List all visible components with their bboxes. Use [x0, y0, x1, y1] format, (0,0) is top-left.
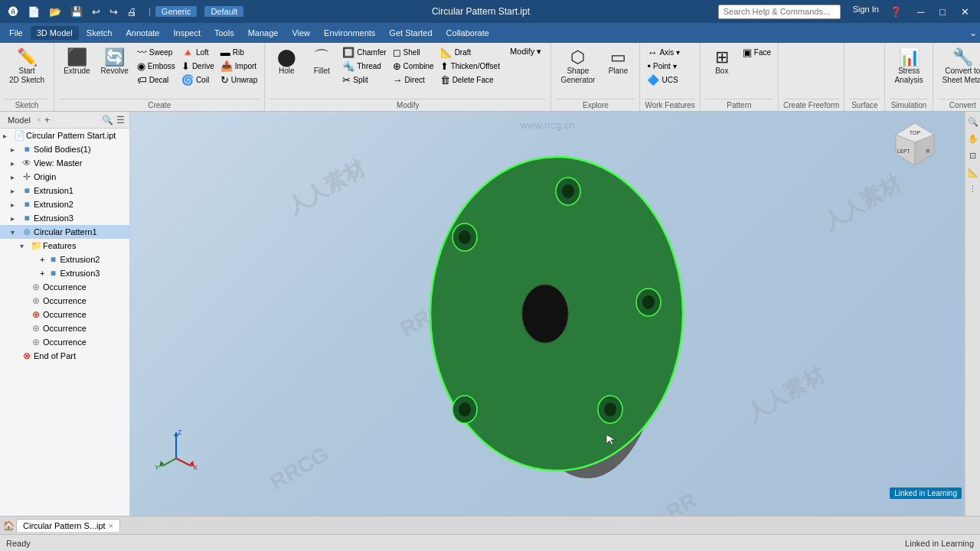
tree-item-view-master[interactable]: ▸ 👁 View: Master [0, 156, 129, 170]
menu-environments[interactable]: Environments [318, 26, 381, 40]
toggle-extrusion1[interactable]: ▸ [11, 187, 20, 195]
more-tools-button[interactable]: ⋮ [966, 182, 980, 196]
axis-button[interactable]: ↔ Axis ▾ [645, 46, 682, 59]
search-tree-icon[interactable]: 🔍 [102, 115, 113, 126]
quick-access-undo-icon[interactable]: ↩ [90, 5, 103, 19]
menu-view[interactable]: View [286, 26, 316, 40]
pan-button[interactable]: ✋ [966, 132, 980, 145]
search-input[interactable] [718, 5, 841, 19]
close-button[interactable]: ✕ [956, 5, 974, 19]
zoom-button[interactable]: 🔍 [966, 115, 980, 129]
tree-item-extrusion2[interactable]: ▸ ■ Extrusion2 [0, 197, 129, 211]
sweep-button[interactable]: 〰 Sweep [135, 46, 178, 59]
scheme-selector[interactable]: Generic [155, 6, 198, 17]
delete-face-button[interactable]: 🗑 Delete Face [438, 73, 502, 86]
expand-ribbon-icon[interactable]: ⌄ [969, 28, 977, 38]
menu-annotate[interactable]: Annotate [119, 26, 165, 40]
tree-item-origin[interactable]: ▸ ✛ Origin [0, 170, 129, 184]
minimize-button[interactable]: ─ [913, 5, 929, 19]
revolve-button[interactable]: 🔄 Revolve [96, 46, 133, 78]
view-cube[interactable]: FRONT TOP LEFT R [888, 119, 942, 173]
draft-button[interactable]: 📐 Draft [438, 46, 502, 59]
hole-button[interactable]: ⬤ Hole [270, 46, 303, 78]
sign-in-button[interactable]: Sign In [853, 5, 879, 19]
tree-item-extrusion3[interactable]: ▸ ■ Extrusion3 [0, 211, 129, 225]
thicken-button[interactable]: ⬆ Thicken/Offset [438, 60, 502, 73]
import-button[interactable]: 📥 Import [218, 60, 260, 73]
toggle-solid-bodies[interactable]: ▸ [11, 145, 20, 154]
toggle-features[interactable]: ▾ [20, 242, 29, 250]
toggle-extrusion3[interactable]: ▸ [11, 214, 20, 223]
loft-button[interactable]: 🔺 Loft [179, 46, 217, 59]
decal-button[interactable]: 🏷 Decal [135, 73, 178, 86]
toggle-feat-extrusion3[interactable] [29, 269, 38, 278]
fillet-button[interactable]: ⌒ Fillet [305, 46, 338, 78]
tree-item-occurrence4[interactable]: ⊕ Occurrence [0, 321, 129, 335]
modify-dropdown[interactable]: Modify ▾ [508, 46, 544, 57]
menu-inspect[interactable]: Inspect [168, 26, 207, 40]
tree-item-occurrence3[interactable]: ⊕ Occurrence [0, 308, 129, 321]
tree-item-circular-pattern1[interactable]: ▾ ⊕ Circular Pattern1 [0, 225, 129, 239]
tree-item-extrusion1[interactable]: ▸ ■ Extrusion1 [0, 184, 129, 197]
menu-sketch[interactable]: Sketch [80, 26, 119, 40]
start-sketch-button[interactable]: ✏️ Start2D Sketch [5, 46, 49, 88]
fit-button[interactable]: ⊡ [966, 148, 980, 162]
tree-item-solid-bodies[interactable]: ▸ ■ Solid Bodies(1) [0, 142, 129, 156]
toggle-view-master[interactable]: ▸ [11, 159, 20, 168]
ucs-button[interactable]: 🔷 UCS [645, 73, 682, 86]
shape-generator-button[interactable]: ⬡ ShapeGenerator [556, 46, 599, 88]
plane-button[interactable]: ▭ Plane [601, 46, 635, 78]
tree-item-end-of-part[interactable]: ⊗ End of Part [0, 349, 129, 363]
menu-manage[interactable]: Manage [242, 26, 285, 40]
menu-file[interactable]: File [3, 26, 29, 40]
coil-button[interactable]: 🌀 Coil [179, 73, 217, 86]
quick-access-print-icon[interactable]: 🖨 [125, 5, 139, 19]
convert-sheet-metal-button[interactable]: 🔧 Convert toSheet Metal [938, 46, 980, 88]
tree-item-feat-extrusion3[interactable]: + ■ Extrusion3 [0, 266, 129, 280]
shell-button[interactable]: ◻ Shell [390, 46, 436, 59]
toggle-circular-pattern1[interactable]: ▾ [11, 228, 20, 236]
tree-item-occurrence5[interactable]: ⊕ Occurrence [0, 335, 129, 349]
quick-access-save-icon[interactable]: 💾 [68, 5, 85, 19]
tab-close-button[interactable]: × [109, 521, 113, 530]
tab-circular-pattern[interactable]: Circular Pattern S...ipt × [16, 519, 120, 532]
tree-item-occurrence1[interactable]: ⊕ Occurrence [0, 280, 129, 294]
quick-access-redo-icon[interactable]: ↪ [107, 5, 120, 19]
toggle-root[interactable]: ▸ [3, 132, 12, 140]
sidebar-tab-model[interactable]: Model [5, 115, 34, 126]
display-selector[interactable]: Default [204, 6, 243, 17]
combine-button[interactable]: ⊕ Combine [390, 60, 436, 73]
menu-getstarted[interactable]: Get Started [383, 26, 438, 40]
split-button[interactable]: ✂ Split [340, 73, 388, 86]
direct-button[interactable]: → Direct [390, 73, 436, 86]
emboss-button[interactable]: ◉ Emboss [135, 60, 178, 73]
face-button[interactable]: ▣ Face [740, 46, 773, 59]
tree-item-feat-extrusion2[interactable]: + ■ Extrusion2 [0, 253, 129, 266]
add-panel-button[interactable]: + [44, 114, 51, 126]
viewport[interactable]: 人人素材 RRCG RRCG 人人素材 RRCG RR 人人素材 www.rrc… [130, 112, 965, 516]
toggle-feat-extrusion2[interactable] [29, 256, 38, 264]
tree-item-features[interactable]: ▾ 📁 Features [0, 239, 129, 253]
unwrap-button[interactable]: ↻ Unwrap [218, 73, 260, 86]
thread-button[interactable]: 🔩 Thread [340, 60, 388, 73]
extrude-button[interactable]: ⬛ Extrude [59, 46, 94, 78]
tree-options-icon[interactable]: ☰ [116, 115, 125, 126]
tree-item-root[interactable]: ▸ 📄 Circular Pattern Start.ipt [0, 129, 129, 142]
menu-tools[interactable]: Tools [208, 26, 240, 40]
home-icon[interactable]: 🏠 [3, 520, 15, 531]
maximize-button[interactable]: □ [935, 5, 950, 19]
measure-button[interactable]: 📐 [966, 165, 980, 179]
chamfer-button[interactable]: 🔲 Chamfer [340, 46, 388, 59]
tree-item-occurrence2[interactable]: ⊕ Occurrence [0, 294, 129, 308]
menu-3dmodel[interactable]: 3D Model [31, 26, 79, 40]
toggle-origin[interactable]: ▸ [11, 173, 20, 181]
quick-access-new-icon[interactable]: 📄 [25, 5, 42, 19]
menu-collaborate[interactable]: Collaborate [440, 26, 495, 40]
box-button[interactable]: ⊞ Box [705, 46, 739, 78]
quick-access-open-icon[interactable]: 📂 [47, 5, 64, 19]
rib-button[interactable]: ▬ Rib [218, 46, 260, 59]
toggle-extrusion2[interactable]: ▸ [11, 201, 20, 209]
point-button[interactable]: • Point ▾ [645, 60, 682, 73]
stress-analysis-button[interactable]: 📊 StressAnalysis [890, 46, 927, 88]
derive-button[interactable]: ⬇ Derive [179, 60, 217, 73]
